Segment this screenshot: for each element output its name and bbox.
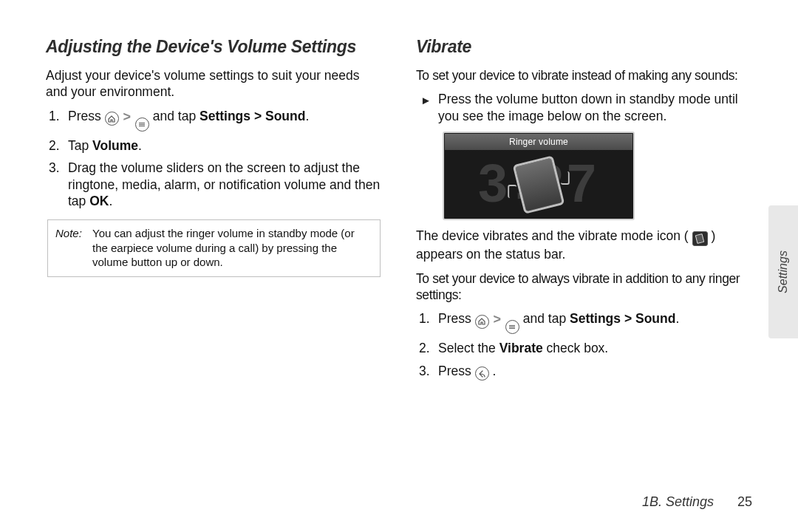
home-icon	[105, 112, 119, 126]
menu-icon	[505, 320, 519, 334]
step-text: Press	[438, 364, 475, 378]
step-text: .	[675, 311, 679, 326]
step-3: 3. Drag the volume sliders on the screen…	[46, 160, 382, 209]
home-icon	[475, 315, 489, 329]
bullet-text: Press the volume button down in standby …	[438, 92, 738, 123]
side-tab-label: Settings	[777, 250, 790, 293]
intro-vibrate-2: To set your device to always vibrate in …	[416, 270, 752, 304]
settings-sound-path: Settings > Sound	[570, 311, 675, 326]
step-text: .	[138, 138, 142, 153]
heading-volume: Adjusting the Device's Volume Settings	[46, 37, 382, 57]
breadcrumb-gt-icon: >	[123, 110, 131, 123]
step-text: and tap	[523, 311, 570, 326]
bullet-item: ► Press the volume button down in standb…	[416, 91, 752, 124]
step-text: .	[109, 194, 112, 208]
step-text: .	[305, 109, 309, 123]
step-number: 1.	[419, 310, 430, 327]
note-box: Note: You can adjust the ringer volume i…	[47, 219, 381, 277]
footer-section: 1B. Settings	[642, 494, 714, 510]
bullet-list: ► Press the volume button down in standb…	[416, 91, 752, 124]
clock-digits: 3 : 27	[444, 148, 633, 219]
post-image-text: The device vibrates and the vibrate mode…	[416, 228, 752, 262]
text-segment: The device vibrates and the vibrate mode…	[416, 228, 689, 243]
step-3: 3. Press .	[416, 363, 752, 381]
step-number: 3.	[419, 363, 430, 379]
right-column: Vibrate To set your device to vibrate in…	[416, 37, 752, 388]
step-1: 1. Press > and tap Settings > Sound.	[416, 310, 752, 334]
arrow-bullet-icon: ►	[420, 93, 432, 107]
volume-label: Volume	[92, 138, 138, 153]
step-number: 3.	[49, 160, 60, 176]
step-text: .	[492, 364, 496, 378]
back-icon	[475, 366, 489, 381]
step-text: Drag the volume sliders on the screen to…	[68, 160, 380, 208]
step-text: Press	[68, 109, 105, 123]
step-number: 1.	[49, 108, 60, 124]
step-text: check box.	[543, 341, 609, 355]
steps-volume: 1. Press > and tap Settings > Sound. 2. …	[46, 108, 382, 210]
step-text: and tap	[153, 109, 200, 123]
step-text: Select the	[438, 341, 499, 355]
step-2: 2. Tap Volume.	[46, 137, 382, 154]
step-2: 2. Select the Vibrate check box.	[416, 340, 752, 356]
steps-vibrate: 1. Press > and tap Settings > Sound. 2. …	[416, 310, 752, 381]
settings-sound-path: Settings > Sound	[200, 109, 305, 123]
vibrate-checkbox-label: Vibrate	[499, 341, 543, 355]
heading-vibrate: Vibrate	[416, 37, 752, 57]
step-text: Tap	[68, 138, 92, 153]
intro-vibrate-1: To set your device to vibrate instead of…	[416, 67, 752, 83]
note-label: Note:	[55, 226, 92, 269]
menu-icon	[135, 117, 149, 132]
step-text: Press	[438, 311, 475, 326]
ok-label: OK	[89, 194, 109, 208]
vibrate-mode-icon	[692, 231, 708, 246]
left-column: Adjusting the Device's Volume Settings A…	[46, 37, 382, 388]
breadcrumb-gt-icon: >	[493, 313, 501, 326]
side-tab-settings: Settings	[768, 205, 798, 338]
step-1: 1. Press > and tap Settings > Sound.	[46, 108, 382, 132]
note-body: You can adjust the ringer volume in stan…	[92, 226, 372, 269]
step-number: 2.	[49, 137, 60, 154]
step-number: 2.	[419, 340, 430, 356]
clock-hour: 3	[478, 153, 511, 214]
page-footer: 1B. Settings 25	[642, 494, 752, 510]
intro-volume: Adjust your device's volume settings to …	[46, 67, 382, 100]
ringer-volume-screenshot: Ringer volume 3 : 27	[443, 132, 635, 220]
footer-page-number: 25	[737, 494, 752, 510]
